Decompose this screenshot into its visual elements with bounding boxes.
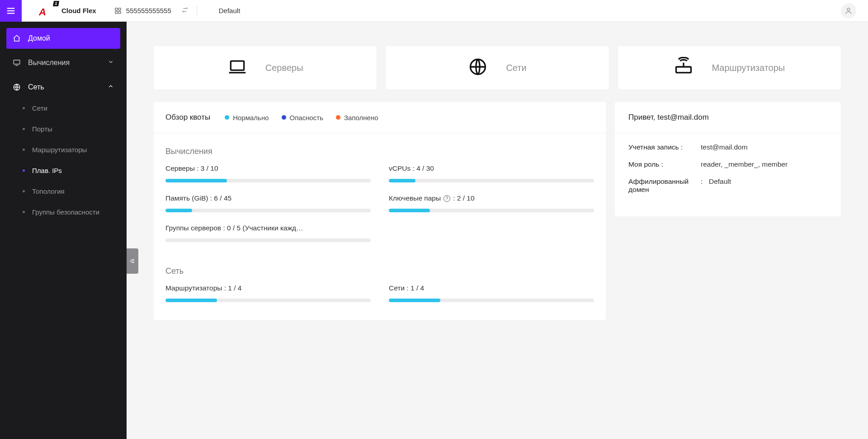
menu-toggle-button[interactable] (0, 0, 22, 22)
sidebar-item-ports[interactable]: Порты (6, 118, 120, 139)
metric-routers: Маршрутизаторы : 1 / 4 (165, 284, 371, 302)
quota-header: Обзор квоты Нормально Опасность Заполнен… (154, 102, 606, 133)
progress-bar (165, 238, 371, 242)
laptop-icon (227, 57, 247, 79)
account-id-display[interactable]: 555555555555 (114, 6, 189, 15)
metric-servers: Серверы : 3 / 10 (165, 164, 371, 182)
globe-icon (468, 57, 488, 79)
sidebar-group-network[interactable]: Сеть (6, 77, 120, 98)
sidebar-item-label: Сети (32, 104, 47, 112)
summary-tiles: Серверы Сети Маршрутизаторы (154, 46, 841, 89)
sidebar-group-compute[interactable]: Вычисления (6, 52, 120, 73)
swap-icon[interactable] (181, 6, 189, 15)
router-icon (674, 57, 693, 79)
progress-bar (389, 209, 594, 212)
user-icon (844, 7, 853, 15)
legend-warn: Опасность (282, 114, 323, 121)
section-compute-title: Вычисления (165, 147, 594, 156)
sidebar-item-floating-ips[interactable]: Плав. IPs (6, 160, 120, 181)
legend-full: Заполнено (336, 114, 378, 121)
sidebar-item-label: Топология (32, 187, 65, 195)
row-value: Default (709, 177, 827, 194)
metric-label: Группы серверов : 0 / 5 (Участники кажд… (165, 224, 371, 232)
metric-label: Маршрутизаторы : 1 / 4 (165, 284, 371, 292)
help-icon[interactable]: ? (443, 195, 450, 202)
svg-rect-8 (14, 60, 20, 64)
progress-bar (165, 209, 371, 212)
user-row-account: Учетная запись : test@mail.dom (628, 143, 827, 151)
tile-title: Сети (506, 63, 526, 73)
sidebar-item-home[interactable]: Домой (6, 28, 120, 49)
sidebar-item-label: Маршрутизаторы (32, 146, 87, 154)
user-panel: Привет, test@mail.dom Учетная запись : t… (615, 102, 841, 216)
metric-keypairs: Ключевые пары ? : 2 / 10 (389, 194, 594, 212)
user-greeting: Привет, test@mail.dom (615, 102, 841, 133)
user-row-domain: Аффилированный домен : Default (628, 177, 827, 194)
account-id: 555555555555 (126, 7, 171, 14)
sidebar-item-security-groups[interactable]: Группы безопасности (6, 201, 120, 222)
metric-vcpus: vCPUs : 4 / 30 (389, 164, 594, 182)
user-row-role: Моя роль : reader, _member_, member (628, 160, 827, 168)
drawer-toggle-button[interactable] (127, 248, 138, 274)
metric-label: Серверы : 3 / 10 (165, 164, 371, 173)
svg-rect-6 (118, 11, 121, 14)
list-icon (129, 257, 136, 265)
row-value: reader, _member_, member (701, 160, 827, 168)
brand-logo[interactable]: A1 Cloud Flex (39, 4, 96, 18)
progress-bar (165, 179, 371, 182)
chevron-up-icon (108, 83, 114, 91)
sidebar-item-label: Вычисления (28, 59, 70, 67)
user-avatar-button[interactable] (841, 3, 856, 19)
metric-nets: Сети : 1 / 4 (389, 284, 594, 302)
svg-rect-15 (231, 61, 244, 70)
tile-routers[interactable]: Маршрутизаторы (618, 46, 841, 89)
topbar: A1 Cloud Flex 555555555555 Default (0, 0, 868, 22)
metric-memory: Память (GiB) : 6 / 45 (165, 194, 371, 212)
section-network-title: Сеть (165, 266, 594, 276)
a1-logo-icon: A1 (39, 4, 57, 18)
metric-server-groups: Группы серверов : 0 / 5 (Участники кажд… (165, 224, 371, 242)
svg-rect-19 (676, 67, 691, 73)
grid-icon (114, 7, 122, 14)
svg-rect-3 (115, 8, 118, 10)
sidebar-item-label: Сеть (28, 83, 44, 91)
svg-point-7 (847, 8, 850, 11)
tile-title: Серверы (265, 63, 303, 73)
tile-title: Маршрутизаторы (712, 63, 785, 73)
tile-servers[interactable]: Серверы (154, 46, 377, 89)
project-selector[interactable]: Default (219, 7, 241, 14)
chevron-down-icon (108, 59, 114, 67)
globe-icon (13, 83, 21, 91)
row-key: Моя роль : (628, 160, 696, 168)
svg-rect-5 (115, 11, 118, 14)
tile-networks[interactable]: Сети (386, 46, 609, 89)
metric-label: Сети : 1 / 4 (389, 284, 594, 292)
sidebar-item-routers[interactable]: Маршрутизаторы (6, 139, 120, 160)
sidebar-item-label: Домой (28, 34, 50, 42)
progress-bar (165, 299, 371, 302)
monitor-icon (13, 59, 21, 67)
quota-panel: Обзор квоты Нормально Опасность Заполнен… (154, 102, 606, 320)
divider (197, 6, 197, 16)
row-value: test@mail.dom (701, 143, 827, 151)
sidebar-item-label: Плав. IPs (32, 167, 62, 174)
sidebar-item-label: Порты (32, 125, 52, 133)
progress-bar (389, 299, 594, 302)
metric-label: vCPUs : 4 / 30 (389, 164, 594, 173)
legend-normal: Нормально (225, 114, 269, 121)
brand-name: Cloud Flex (61, 7, 96, 14)
row-key: Аффилированный домен (628, 177, 696, 194)
hamburger-icon (6, 6, 16, 16)
row-key: Учетная запись : (628, 143, 696, 151)
metric-label: Ключевые пары ? : 2 / 10 (389, 194, 594, 202)
sidebar-item-label: Группы безопасности (32, 208, 99, 216)
progress-bar (389, 179, 594, 182)
sidebar-item-topology[interactable]: Топология (6, 181, 120, 201)
home-icon (13, 34, 21, 42)
svg-rect-4 (118, 8, 121, 10)
sidebar: Домой Вычисления Сеть Сети Порты Маршрут… (0, 22, 127, 439)
quota-title: Обзор квоты (165, 113, 210, 122)
metric-label: Память (GiB) : 6 / 45 (165, 194, 371, 202)
sidebar-item-networks[interactable]: Сети (6, 98, 120, 118)
content-scroll[interactable]: Серверы Сети Маршрутизаторы (127, 22, 868, 439)
